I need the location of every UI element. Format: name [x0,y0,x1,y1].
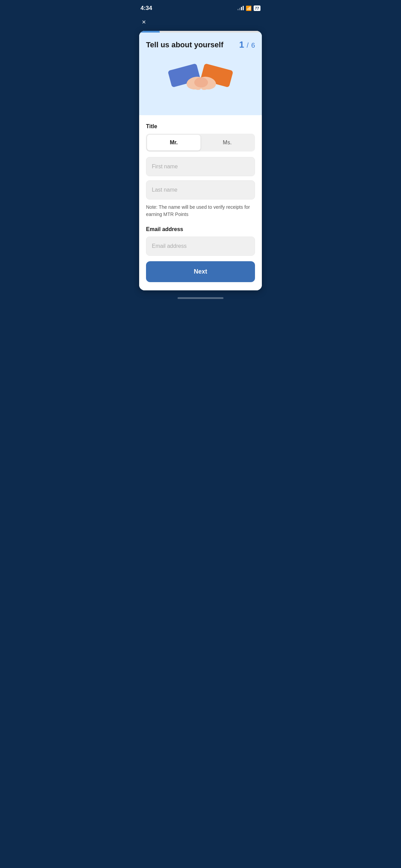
home-indicator [134,290,267,302]
card-title: Tell us about yourself [146,40,223,49]
next-button[interactable]: Next [146,261,255,282]
title-toggle: Mr. Ms. [146,134,255,152]
battery-icon: 77 [254,5,260,11]
step-current: 1 [239,39,244,50]
step-indicator: 1 / 6 [239,39,255,50]
first-name-input[interactable] [146,157,255,176]
card-body: Title Mr. Ms. Note: The name will be use… [139,115,262,290]
svg-point-10 [194,77,208,87]
email-input[interactable] [146,237,255,256]
last-name-input[interactable] [146,180,255,200]
email-label: Email address [146,226,255,232]
main-card: Tell us about yourself 1 / 6 [139,31,262,290]
title-mr-button[interactable]: Mr. [147,135,200,150]
step-total: 6 [251,41,255,49]
signal-icon [238,6,244,10]
wifi-icon: 📶 [246,5,252,11]
close-button[interactable]: × [141,17,147,27]
home-bar [178,297,223,299]
status-bar: 4:34 📶 77 [134,0,267,14]
card-header: Tell us about yourself 1 / 6 [139,33,262,115]
card-title-row: Tell us about yourself 1 / 6 [146,39,255,50]
handshake-svg [166,60,235,101]
step-divider: / [245,41,251,49]
illustration [146,57,255,105]
status-icons: 📶 77 [238,5,260,11]
name-note: Note: The name will be used to verify re… [146,204,255,218]
title-ms-button[interactable]: Ms. [200,135,254,150]
title-label: Title [146,123,255,130]
status-time: 4:34 [141,5,152,12]
